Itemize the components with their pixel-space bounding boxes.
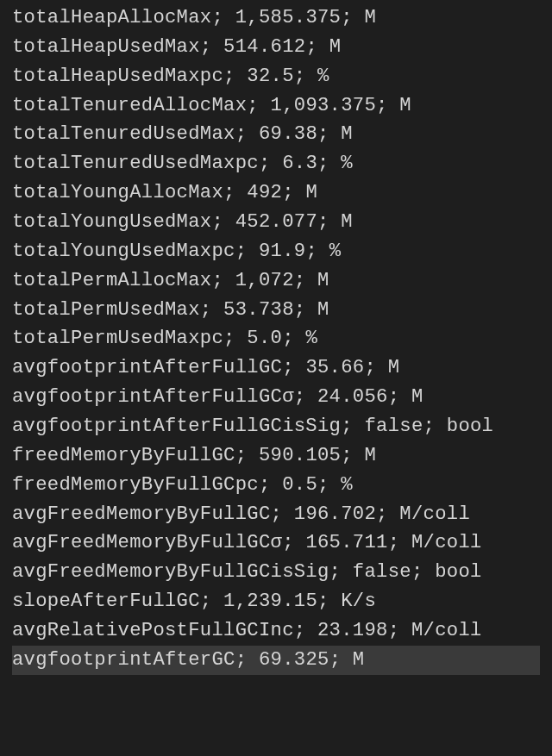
- metric-value: 53.738: [223, 299, 294, 321]
- metric-unit: M: [364, 445, 376, 466]
- metric-name: totalPermUsedMaxpc: [12, 328, 223, 349]
- metric-name: totalHeapUsedMax: [12, 36, 200, 58]
- metric-line: totalPermUsedMaxpc; 5.0; %: [12, 324, 540, 353]
- metric-unit: %: [341, 153, 353, 174]
- metric-value: 6.3: [282, 153, 317, 174]
- metric-unit: M: [305, 182, 317, 203]
- metric-name: avgFreedMemoryByFullGCσ: [12, 532, 282, 553]
- metric-unit: %: [317, 66, 329, 87]
- metric-line: avgFreedMemoryByFullGCσ; 165.711; M/coll: [12, 528, 540, 558]
- metric-value: 590.105: [259, 445, 341, 466]
- metric-line: totalPermUsedMax; 53.738; M: [12, 296, 540, 325]
- metric-name: totalHeapAllocMax: [12, 7, 211, 28]
- metric-line: totalHeapUsedMaxpc; 32.5; %: [12, 62, 540, 91]
- metric-value: 196.702: [294, 503, 376, 525]
- metric-name: freedMemoryByFullGC: [12, 445, 235, 466]
- metric-name: totalYoungAllocMax: [12, 182, 223, 203]
- metric-name: avgFreedMemoryByFullGCisSig: [12, 561, 329, 583]
- metric-value: 23.198: [317, 620, 388, 641]
- metric-name: totalTenuredUsedMax: [12, 123, 235, 145]
- metric-line: totalHeapUsedMax; 514.612; M: [12, 33, 540, 62]
- metric-line: freedMemoryByFullGCpc; 0.5; %: [12, 471, 540, 500]
- metric-unit: M: [329, 36, 342, 58]
- metric-unit: M: [388, 357, 400, 378]
- metric-line: avgfootprintAfterFullGCisSig; false; boo…: [12, 412, 540, 441]
- metric-line: totalTenuredUsedMax; 69.38; M: [12, 120, 540, 149]
- metric-unit: K/s: [341, 590, 376, 612]
- metric-unit: M: [341, 123, 353, 145]
- metric-name: totalYoungUsedMaxpc: [12, 241, 235, 262]
- metric-name: totalTenuredUsedMaxpc: [12, 153, 259, 174]
- metric-unit: %: [341, 474, 353, 496]
- metric-unit: M: [353, 649, 365, 671]
- metric-unit: M: [317, 270, 329, 291]
- metric-line: totalYoungAllocMax; 492; M: [12, 178, 540, 208]
- metric-unit: M: [317, 299, 329, 321]
- metric-line: totalTenuredAllocMax; 1,093.375; M: [12, 91, 540, 121]
- metric-line: avgfootprintAfterFullGC; 35.66; M: [12, 353, 540, 383]
- metric-unit: M: [364, 7, 376, 28]
- metric-name: slopeAfterFullGC: [12, 590, 200, 612]
- metric-unit: M: [341, 211, 353, 233]
- metric-name: avgfootprintAfterFullGCisSig: [12, 415, 341, 437]
- metric-name: avgfootprintAfterFullGCσ: [12, 386, 294, 408]
- metric-value: false: [364, 415, 423, 437]
- metric-value: 0.5: [282, 474, 317, 496]
- metric-line: slopeAfterFullGC; 1,239.15; K/s: [12, 587, 540, 616]
- metric-name: avgFreedMemoryByFullGC: [12, 503, 271, 525]
- metric-unit: bool: [435, 561, 481, 583]
- metric-value: 492: [247, 182, 282, 203]
- metric-name: avgfootprintAfterGC: [12, 649, 235, 671]
- metric-line: totalYoungUsedMax; 452.077; M: [12, 208, 540, 237]
- metric-value: 91.9: [259, 241, 305, 262]
- metric-value: 24.056: [317, 386, 388, 408]
- metric-line: avgfootprintAfterGC; 69.325; M: [12, 646, 540, 675]
- metric-value: false: [353, 561, 411, 583]
- metric-unit: M/coll: [411, 532, 482, 553]
- metric-value: 165.711: [305, 532, 387, 553]
- metric-line: totalPermAllocMax; 1,072; M: [12, 266, 540, 296]
- metric-unit: M: [399, 95, 411, 116]
- metric-value: 452.077: [235, 211, 317, 233]
- metric-unit: M: [411, 386, 423, 408]
- metric-line: avgFreedMemoryByFullGC; 196.702; M/coll: [12, 500, 540, 529]
- metric-line: avgRelativePostFullGCInc; 23.198; M/coll: [12, 616, 540, 646]
- metric-value: 5.0: [247, 328, 282, 349]
- metric-unit: M/coll: [411, 620, 482, 641]
- metric-line: totalTenuredUsedMaxpc; 6.3; %: [12, 149, 540, 178]
- metric-name: avgfootprintAfterFullGC: [12, 357, 282, 378]
- metric-unit: %: [305, 328, 317, 349]
- metric-name: totalPermAllocMax: [12, 270, 211, 291]
- metric-name: totalHeapUsedMaxpc: [12, 66, 223, 87]
- metric-value: 32.5: [247, 66, 293, 87]
- metric-name: totalTenuredAllocMax: [12, 95, 247, 116]
- metric-value: 69.325: [259, 649, 329, 671]
- metric-value: 1,239.15: [223, 590, 317, 612]
- metric-unit: M/coll: [399, 503, 470, 525]
- metric-unit: %: [329, 241, 342, 262]
- metric-name: totalPermUsedMax: [12, 299, 200, 321]
- metric-value: 514.612: [223, 36, 305, 58]
- metric-line: freedMemoryByFullGC; 590.105; M: [12, 441, 540, 471]
- metric-line: avgfootprintAfterFullGCσ; 24.056; M: [12, 383, 540, 412]
- metric-line: avgFreedMemoryByFullGCisSig; false; bool: [12, 558, 540, 587]
- metric-value: 1,093.375: [271, 95, 377, 116]
- metric-name: totalYoungUsedMax: [12, 211, 211, 233]
- metric-value: 69.38: [259, 123, 317, 145]
- metric-line: totalYoungUsedMaxpc; 91.9; %: [12, 237, 540, 266]
- metric-value: 35.66: [305, 357, 364, 378]
- metric-line: totalHeapAllocMax; 1,585.375; M: [12, 3, 540, 33]
- metric-value: 1,072: [235, 270, 294, 291]
- metric-list: totalHeapAllocMax; 1,585.375; MtotalHeap…: [12, 3, 540, 675]
- metric-name: avgRelativePostFullGCInc: [12, 620, 294, 641]
- metric-value: 1,585.375: [235, 7, 342, 28]
- metric-unit: bool: [447, 415, 493, 437]
- metric-name: freedMemoryByFullGCpc: [12, 474, 259, 496]
